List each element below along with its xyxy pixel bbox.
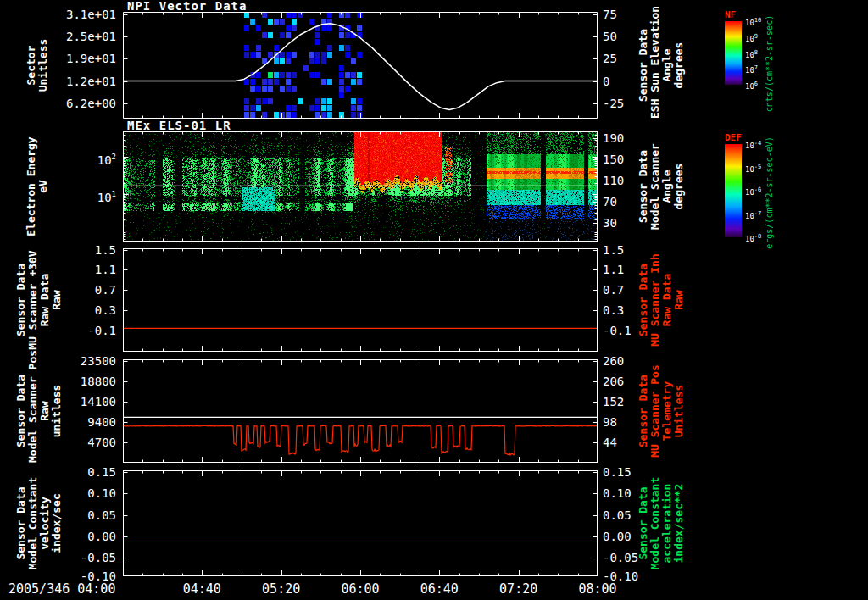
panel-title: MEx ELS-01 LR (127, 119, 231, 132)
left-axis-label: Sensor DataMU Scanner +30VRaw DataRaw (15, 248, 63, 352)
colorbar-def: DEF 10-410-510-610-710-8 ergs/(cm**2-sr-… (725, 144, 852, 271)
colorbar-tick-label: 108 (745, 49, 758, 59)
x-axis-start-label: 2005/346 04:00 (8, 581, 115, 597)
left-axis-label: Sensor DataModel Scanner PosRawunitless (15, 359, 63, 463)
colorbar-tick-label: 107 (745, 64, 758, 75)
left-tick-label: 1.9e+01 (47, 52, 119, 65)
left-tick-label: 2.5e+01 (47, 30, 119, 43)
left-axis-label: Electron EnergyeV (25, 131, 49, 242)
figure: NPI Vector Data 3.1e+012.5e+011.9e+011.2… (0, 0, 868, 600)
model-constant-canvas (123, 470, 598, 576)
left-axis-label: SectorUnitless (25, 12, 49, 119)
colorbar-tick-label: 10-8 (745, 233, 761, 243)
x-axis-tick-label: 07:20 (489, 581, 548, 597)
left-axis-ticks: 3.1e+012.5e+011.9e+011.2e+016.2e+00 (47, 12, 119, 119)
colorbar-tick-label: 10-4 (745, 140, 761, 150)
left-tick-label: 101 (47, 187, 119, 204)
right-axis-label: Sensor DataMU Scanner InhRaw DataRaw (637, 248, 685, 352)
x-axis-tick-label: 04:40 (172, 581, 231, 597)
colorbar-gradient (725, 21, 742, 85)
left-tick-label: 102 (47, 150, 119, 167)
x-axis-tick-label: 06:40 (409, 581, 469, 597)
x-axis: 2005/346 04:00 04:4005:2006:0006:4007:20… (0, 581, 868, 598)
colorbar-title: DEF (725, 132, 742, 143)
right-axis-label: Sensor DataESH Sun ElevationAngledegrees (637, 12, 685, 119)
npi-spectrogram-canvas (123, 12, 598, 119)
colorbar-title: NF (725, 9, 736, 20)
panel-title: NPI Vector Data (127, 0, 247, 13)
colorbar-tick-label: 106 (745, 81, 758, 91)
els-spectrogram-canvas (123, 131, 598, 242)
left-tick-label: 6.2e+00 (47, 97, 119, 110)
right-axis-label: Sensor DataMU Scanner PosTelemetryUnitle… (637, 359, 685, 463)
left-axis-label: Sensor DataModel Constantvelocityindex/s… (15, 470, 63, 576)
colorbar-tick-label: 109 (745, 33, 758, 43)
left-tick-label: 1.2e+01 (47, 75, 119, 88)
panel-model-constant: 0.150.100.050.00-0.05-0.10 0.150.100.050… (0, 470, 868, 576)
colorbar-tick-label: 10-6 (745, 186, 761, 197)
colorbar-tick-label: 10-5 (745, 164, 761, 174)
colorbar-nf: NF 1010109108107106 cnts/(cm**2-sr-sec) (725, 21, 852, 119)
x-axis-tick-label: 08:00 (568, 581, 627, 597)
colorbar-unit-label: ergs/(cm**2-sr-sec-eV) (765, 136, 774, 250)
right-axis-label: Sensor DataModel Constantaccelerationind… (637, 470, 685, 576)
panel-scanner-pos: 23500188001410094004700 2602061529844 Se… (0, 359, 868, 463)
colorbar-tick-label: 10-7 (745, 210, 761, 220)
mu-scanner-raw-canvas (123, 248, 598, 352)
scanner-pos-canvas (123, 359, 598, 463)
x-axis-tick-label: 05:20 (252, 581, 311, 597)
colorbar-tick-label: 1010 (745, 17, 761, 27)
colorbar-unit-label: cnts/(cm**2-sr-sec) (765, 13, 774, 114)
left-axis-ticks: 102101 (47, 131, 119, 242)
colorbar-gradient (725, 144, 742, 237)
left-tick-label: 3.1e+01 (47, 8, 119, 21)
right-axis-label: Sensor DataModel ScannerAngledegrees (637, 131, 685, 242)
x-axis-tick-label: 06:00 (331, 581, 390, 597)
